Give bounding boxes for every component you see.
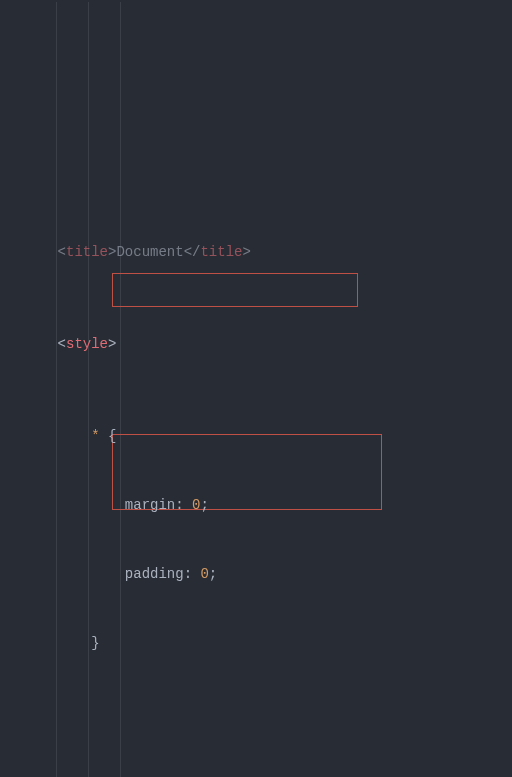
code-line: } (0, 632, 512, 655)
indent-guide (56, 2, 57, 777)
code-line: margin: 0; (0, 494, 512, 517)
code-line: padding: 0; (0, 563, 512, 586)
annotation-box (112, 273, 358, 307)
code-line (0, 701, 512, 724)
code-line: <style> (0, 333, 512, 356)
code-line: * { (0, 425, 512, 448)
indent-guide (88, 2, 89, 777)
indent-guide (120, 2, 121, 777)
code-line: <title>Document</title> (0, 241, 512, 264)
code-editor[interactable]: <title>Document</title> <style> * { marg… (0, 2, 512, 777)
